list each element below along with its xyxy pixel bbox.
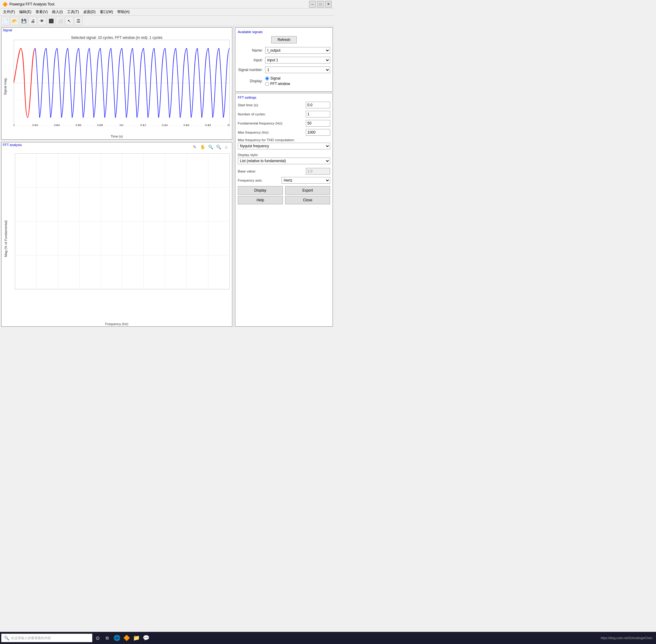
max-freq-input[interactable] xyxy=(306,129,330,136)
fft-tool-edit[interactable]: ✎ xyxy=(191,144,198,150)
toolbar-open[interactable]: 📂 xyxy=(10,17,19,25)
fund-freq-input[interactable] xyxy=(306,120,330,127)
svg-text:0.04: 0.04 xyxy=(54,123,60,126)
signal-section-title: Signal xyxy=(1,28,13,32)
fund-freq-label: Fundamental frequency (Hz): xyxy=(238,121,306,125)
freq-axis-select[interactable]: Hertz Harmonic order xyxy=(281,177,330,184)
display-label: Display: xyxy=(238,79,265,83)
fft-section-title: FFT analysis xyxy=(1,142,23,147)
menu-window[interactable]: 窗口(W) xyxy=(98,9,115,15)
fft-section: FFT analysis ✎ ✋ 🔍 🔍 ⌂ Mag (% of Fundame… xyxy=(1,142,232,327)
thd-select[interactable]: Nyquist frequency Max frequency xyxy=(238,143,330,150)
freq-axis-row: Frequency axis: Hertz Harmonic order xyxy=(238,177,330,184)
signal-number-row: Signal number: 1 xyxy=(238,67,330,73)
menu-desktop[interactable]: 桌面(D) xyxy=(82,9,97,15)
freq-axis-label: Frequency axis: xyxy=(238,179,281,182)
app-icon: 🔶 xyxy=(2,2,7,7)
svg-text:0.12: 0.12 xyxy=(140,123,146,126)
toolbar: 📄 📂 💾 🖨 👁 ⬛ ⬜ ↖ ☰ xyxy=(0,16,334,26)
svg-text:0.18: 0.18 xyxy=(205,123,211,126)
num-cycles-row: Number of cycles: xyxy=(238,111,330,117)
radio-signal[interactable] xyxy=(265,76,269,80)
right-panel: Available signals Refresh Name: I_output… xyxy=(234,26,334,328)
window-title: Powergui FFT Analysis Tool. xyxy=(9,2,55,6)
name-select[interactable]: I_output xyxy=(265,47,330,54)
signal-number-select[interactable]: 1 xyxy=(265,67,330,73)
title-bar: 🔶 Powergui FFT Analysis Tool. ─ □ ✕ xyxy=(0,0,334,8)
fft-tool-pan[interactable]: ✋ xyxy=(199,144,206,150)
signal-x-label: Time (s) xyxy=(1,135,232,138)
max-freq-label: Max frequency (Hz): xyxy=(238,131,306,134)
signal-number-label: Signal number: xyxy=(238,68,265,72)
fft-chart-svg: 0 5 10 15 20 0 100 200 300 400 500 600 7… xyxy=(15,153,230,289)
fft-y-label: Mag (% of Fundamental) xyxy=(4,220,7,257)
toolbar-new[interactable]: 📄 xyxy=(1,17,10,25)
toolbar-preview[interactable]: 👁 xyxy=(38,17,46,25)
thd-label: Max frequency for THD computation: xyxy=(238,138,330,142)
name-label: Name: xyxy=(238,48,265,52)
fft-tool-zoom-in[interactable]: 🔍 xyxy=(207,144,214,150)
left-panel: Signal Selected signal: 10 cycles. FFT w… xyxy=(0,26,234,328)
svg-text:0.16: 0.16 xyxy=(183,123,189,126)
refresh-button[interactable]: Refresh xyxy=(271,36,297,43)
display-row: Display: Signal FFT window xyxy=(238,76,330,86)
radio-fft-text: FFT window xyxy=(270,82,290,86)
radio-signal-label[interactable]: Signal xyxy=(265,76,290,80)
svg-text:0.1: 0.1 xyxy=(120,123,124,126)
thd-row: Max frequency for THD computation: Nyqui… xyxy=(238,138,330,151)
menu-file[interactable]: 文件(F) xyxy=(1,9,17,15)
display-style-row: Display style: List (relative to fundame… xyxy=(238,153,330,166)
fft-settings-title: FFT settings xyxy=(238,96,330,99)
name-row: Name: I_output xyxy=(238,47,330,54)
toolbar-select[interactable]: ↖ xyxy=(65,17,73,25)
bottom-buttons: Display Export xyxy=(238,186,330,194)
num-cycles-label: Number of cycles: xyxy=(238,112,306,116)
maximize-button[interactable]: □ xyxy=(317,1,324,7)
signal-chart-title: Selected signal: 10 cycles. FFT window (… xyxy=(1,36,232,40)
toolbar-library[interactable]: ☰ xyxy=(74,17,83,25)
base-value-input[interactable] xyxy=(306,168,330,175)
menu-view[interactable]: 查看(V) xyxy=(34,9,49,15)
close-button-main[interactable]: Close xyxy=(285,196,330,204)
export-button[interactable]: Export xyxy=(285,186,330,194)
fund-freq-row: Fundamental frequency (Hz): xyxy=(238,120,330,127)
toolbar-simulink1[interactable]: ⬛ xyxy=(47,17,55,25)
fft-tool-home[interactable]: ⌂ xyxy=(223,144,230,150)
signal-chart-svg: 0 0.02 0.04 0.06 0.08 0.1 0.12 0.14 0.16… xyxy=(14,40,230,126)
display-style-label: Display style: xyxy=(238,153,330,157)
fft-toolbar: ✎ ✋ 🔍 🔍 ⌂ xyxy=(191,144,230,150)
svg-text:0.2: 0.2 xyxy=(227,123,230,126)
start-time-input[interactable] xyxy=(306,102,330,108)
menu-help[interactable]: 帮助(H) xyxy=(115,9,132,15)
available-signals-title: Available signals xyxy=(238,30,330,34)
svg-text:0.08: 0.08 xyxy=(97,123,103,126)
start-time-label: Start time (s): xyxy=(238,103,306,107)
main-content: Signal Selected signal: 10 cycles. FFT w… xyxy=(0,26,334,328)
display-style-select[interactable]: List (relative to fundamental) Bar (rela… xyxy=(238,158,330,164)
radio-fft-label[interactable]: FFT window xyxy=(265,82,290,86)
toolbar-simulink2[interactable]: ⬜ xyxy=(56,17,64,25)
svg-text:0.06: 0.06 xyxy=(76,123,82,126)
fft-x-label: Frequency (Hz) xyxy=(1,322,232,326)
input-select[interactable]: input 1 xyxy=(265,57,330,64)
toolbar-print[interactable]: 🖨 xyxy=(28,17,37,25)
input-label: Input: xyxy=(238,58,265,62)
fft-tool-zoom-out[interactable]: 🔍 xyxy=(215,144,222,150)
svg-text:0.02: 0.02 xyxy=(32,123,38,126)
toolbar-save[interactable]: 💾 xyxy=(19,17,28,25)
svg-text:0.14: 0.14 xyxy=(162,123,168,126)
help-button[interactable]: Help xyxy=(238,196,283,204)
menu-bar: 文件(F) 编辑(E) 查看(V) 插入(I) 工具(T) 桌面(D) 窗口(W… xyxy=(0,8,334,16)
menu-tools[interactable]: 工具(T) xyxy=(65,9,81,15)
num-cycles-input[interactable] xyxy=(306,111,330,117)
display-button[interactable]: Display xyxy=(238,186,283,194)
minimize-button[interactable]: ─ xyxy=(309,1,316,7)
close-button[interactable]: ✕ xyxy=(325,1,332,7)
fft-settings-box: FFT settings Start time (s): Number of c… xyxy=(235,93,333,327)
signal-section: Signal Selected signal: 10 cycles. FFT w… xyxy=(1,27,232,140)
menu-edit[interactable]: 编辑(E) xyxy=(17,9,33,15)
menu-insert[interactable]: 插入(I) xyxy=(50,9,64,15)
radio-signal-text: Signal xyxy=(270,76,280,80)
radio-fft[interactable] xyxy=(265,82,269,86)
bottom-buttons-2: Help Close xyxy=(238,196,330,204)
